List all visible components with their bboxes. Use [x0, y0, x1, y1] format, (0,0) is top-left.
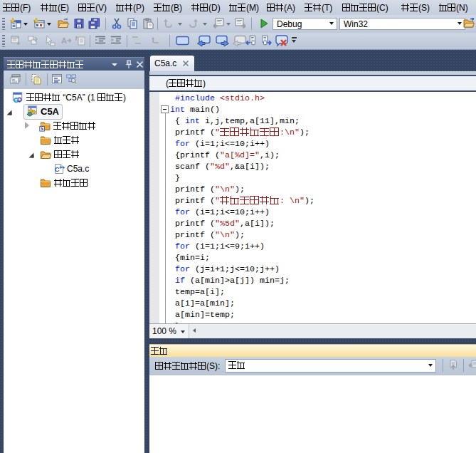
svg-text:++: ++	[59, 165, 65, 170]
svg-text:A: A	[61, 36, 67, 45]
